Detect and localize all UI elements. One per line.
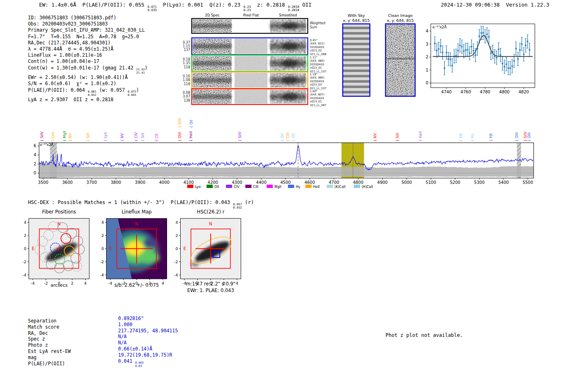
match-row-label: Est LyA rest-EW bbox=[28, 348, 71, 355]
map-y-tick: 0 bbox=[24, 246, 26, 251]
timestamp-version: 2024-12-30 09:06:38 Version 1.22.3 bbox=[428, 2, 549, 8]
data-point bbox=[478, 35, 480, 37]
fiber-weight-label: 0.08 bbox=[183, 91, 190, 95]
fiber-weight-label: 0.16 bbox=[183, 74, 190, 78]
text-segment: N/A bbox=[118, 334, 127, 339]
text-segment: P(Lyα): 0.001 Q(z): 0.23 bbox=[157, 2, 244, 8]
map-y-tick: 2 bbox=[24, 233, 26, 238]
emission-line-label: { NV bbox=[373, 133, 377, 141]
match-row-label: Photo z bbox=[28, 342, 71, 348]
inset-x-tick: 4780 bbox=[480, 90, 490, 94]
emission-line-label: { SiII bbox=[141, 133, 145, 141]
map-title: Lineflux Map bbox=[121, 209, 151, 215]
text-segment: EW: 1.4±0.6Å P(LAE)/P(OII): 0.055 bbox=[39, 2, 147, 8]
legend-swatch bbox=[245, 185, 251, 188]
text-segment: 0.041 bbox=[118, 358, 135, 364]
fiber-id-label: 321_LL_088 bbox=[310, 53, 326, 56]
emission-line-label: { MgII bbox=[63, 131, 67, 141]
fiber-weight-label: 0.37 bbox=[183, 41, 190, 44]
text-segment: Cont(n) = 1.00(±0.04)e-17 bbox=[28, 58, 99, 64]
map-x-tick: -2 bbox=[44, 281, 48, 285]
inset-x-tick: 4760 bbox=[460, 90, 471, 94]
text-segment: F=1.7" T=0.155 N=1.25 A=0.78 g=25.0 bbox=[28, 34, 139, 39]
legend-label: CIII bbox=[253, 185, 258, 189]
match-row-label: mag bbox=[28, 355, 71, 361]
cutout-row: 0.161.081181.19"(643, 980)20200403v023_0… bbox=[183, 72, 326, 90]
map-y-tick: 4 bbox=[24, 220, 26, 225]
data-point bbox=[461, 46, 462, 47]
spectrum-x-tick: 5400 bbox=[498, 180, 509, 185]
pixel-flat-panel bbox=[235, 56, 267, 71]
map-y-tick: 0 bbox=[175, 246, 178, 251]
map-y-tick: -2 bbox=[23, 260, 26, 264]
data-point bbox=[467, 49, 468, 51]
info-line: RA,Dec (217.274445,48.904301) bbox=[28, 40, 148, 46]
data-point bbox=[475, 54, 476, 56]
noise-band bbox=[39, 162, 533, 178]
map-x-label: s/b: 2.62 +/- 0.075 bbox=[114, 282, 159, 288]
spectrum-units-label: e⁻¹⁷x2Å bbox=[40, 142, 53, 147]
data-point bbox=[494, 56, 495, 57]
data-point bbox=[448, 58, 449, 60]
spectrum-x-tick: 3500 bbox=[38, 180, 48, 185]
spectrum-y-tick: 2 bbox=[34, 162, 36, 166]
emission-line-label: { NV bbox=[68, 133, 72, 141]
fiber-id-label: Weighted bbox=[310, 21, 325, 25]
data-point bbox=[450, 59, 451, 60]
legend-label: (K)CaII bbox=[334, 185, 346, 189]
fiber-id-label: (643, 980) bbox=[310, 59, 325, 63]
map-y-tick: 0 bbox=[101, 246, 104, 251]
match-row-value: 0.66(±0.14)Å bbox=[118, 346, 178, 352]
fiber-id-label: 1.60" bbox=[310, 90, 317, 93]
text-segment: ) bbox=[145, 65, 148, 71]
info-line: P(LAE)/P(OII): 0.064 0.0810.052 (w: 0.05… bbox=[28, 87, 148, 97]
fiber-id-label: (643, 980) bbox=[310, 76, 325, 79]
text-segment: λ = 4778.44Å σ = 4.95(±1.25)Å bbox=[28, 46, 114, 52]
hsc-dex-match-line: HSC-DEX : Possible Matches = 1 (within +… bbox=[28, 199, 254, 209]
text-segment: (w: 0.057 bbox=[96, 87, 128, 93]
cutout-row: 0.181.351181.11"(643, 980)20200403v023_0… bbox=[183, 55, 326, 73]
emission-line-label: { Lyα bbox=[51, 132, 55, 141]
fiber-weight-label: 1.35 bbox=[183, 61, 190, 65]
version-label: Version 1.22.3 bbox=[506, 2, 549, 8]
map-x-tick: 4 bbox=[84, 281, 86, 285]
data-point bbox=[483, 32, 484, 33]
inset-x-tick: 4740 bbox=[441, 90, 451, 94]
map-x-tick: -4 bbox=[108, 281, 112, 285]
with-sky-coords: x, y: 644, 815 bbox=[343, 18, 369, 23]
info-line: EWr = 2.50(±0.54) (w: 1.90(±0.41))Å bbox=[28, 74, 148, 81]
pixel-flat-panel bbox=[235, 73, 267, 88]
data-point bbox=[490, 52, 491, 53]
data-point bbox=[504, 66, 505, 67]
fiber-id-label: 1.19" bbox=[310, 73, 317, 76]
fiber-weight-label: 138 bbox=[184, 99, 190, 102]
match-row-value: N/A bbox=[118, 334, 178, 340]
spectrum-x-tick: 4200 bbox=[208, 180, 218, 185]
text-segment: z: 0.2818 bbox=[251, 2, 288, 8]
east-label: E bbox=[109, 246, 112, 251]
fiber-id-label: 20200403 bbox=[310, 97, 324, 100]
spectrum-y-tick: 6 bbox=[34, 144, 36, 148]
fiber-id-label: v023_02 bbox=[310, 49, 322, 52]
data-point bbox=[463, 51, 465, 52]
spectrum-x-tick: 5100 bbox=[426, 180, 436, 185]
emission-line-label: { Hγ bbox=[470, 133, 474, 141]
legend-swatch bbox=[354, 185, 360, 188]
clean-image-coords: x, y: 644, 815 bbox=[387, 18, 413, 23]
info-line: Cont(w) = 1.30(±0.01)e-17 (gmag 21.42 21… bbox=[28, 65, 148, 75]
cutout-row: WeightedSum bbox=[192, 19, 325, 33]
match-row-value: 0.892816" bbox=[118, 315, 178, 322]
text-segment: Primary Spec_Slot_IFU_AMP: 321_042_030_L… bbox=[28, 27, 145, 33]
map-y-tick: -2 bbox=[174, 260, 178, 264]
legend-label: MgII bbox=[274, 185, 281, 189]
data-point bbox=[502, 63, 503, 64]
north-label: N bbox=[135, 222, 138, 226]
text-segment: LyA z = 2.9307 OII z = 0.2818 bbox=[28, 97, 114, 102]
spectrum-x-tick: 5500 bbox=[523, 180, 533, 185]
text-segment: Obs: 20200403v023_3006751803 bbox=[28, 21, 108, 27]
legend-label: Hγ bbox=[296, 185, 300, 189]
text-segment: P(LAE)/P(OII): 0.064 bbox=[28, 87, 88, 93]
emission-line-label: { CIV bbox=[286, 132, 290, 141]
inset-y-tick: 1 bbox=[426, 68, 428, 72]
cutout-column-header: Smoothed bbox=[279, 13, 297, 17]
